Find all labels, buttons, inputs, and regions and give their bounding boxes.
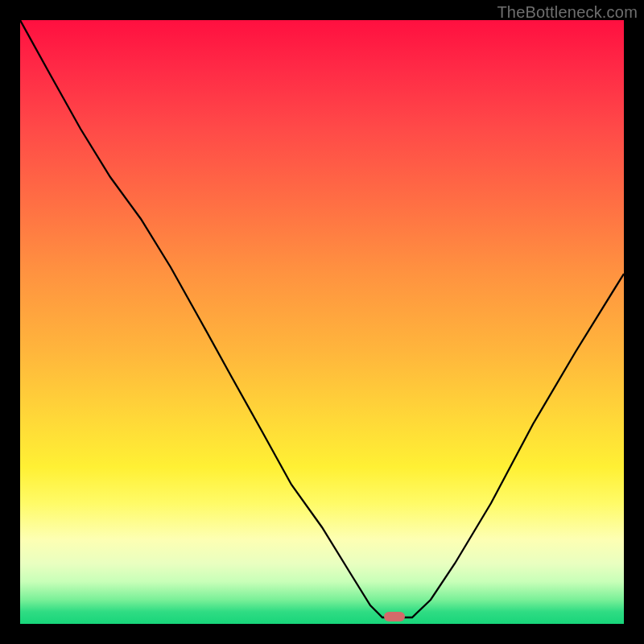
optimal-marker [384, 612, 405, 621]
chart-frame: TheBottleneck.com [0, 0, 644, 644]
chart-plot-area [20, 20, 624, 624]
watermark-text: TheBottleneck.com [497, 3, 638, 22]
bottleneck-curve [20, 20, 624, 624]
